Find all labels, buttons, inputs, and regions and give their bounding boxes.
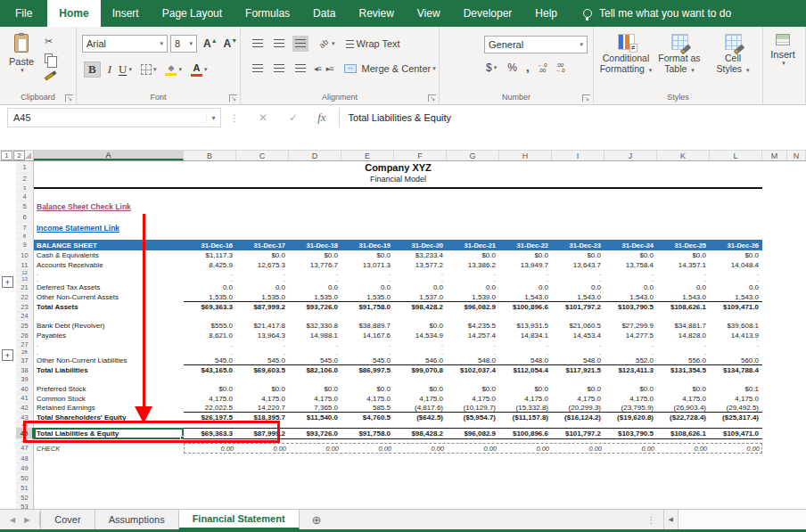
cell-D23[interactable]: $93,726.0 (289, 302, 341, 312)
cell-G9[interactable]: 31-Dec-21 (447, 240, 499, 250)
cell-B21[interactable]: 0.0 (184, 282, 236, 292)
cell-F28[interactable]: . (394, 348, 447, 356)
cell-G13[interactable]: . (447, 276, 499, 282)
new-sheet-button[interactable]: ⊕ (300, 510, 334, 529)
cell-M21[interactable] (762, 282, 787, 292)
decrease-decimal-button[interactable]: .00→.0 (555, 62, 565, 73)
cell-F23[interactable]: $98,428.2 (394, 302, 447, 312)
cell-H28[interactable]: . (499, 348, 552, 356)
cell-N43[interactable] (787, 413, 806, 422)
cell-G27[interactable]: . (447, 340, 499, 348)
cell-B41[interactable]: 4,175.0 (184, 394, 236, 403)
font-color-button[interactable]: A (191, 63, 202, 77)
cell-L45[interactable]: $109,471.0 (710, 429, 762, 438)
cell-N12[interactable] (787, 270, 806, 276)
cell-N37[interactable] (787, 356, 806, 365)
cell-D11[interactable]: 13,776.7 (289, 260, 341, 270)
row-header-21[interactable]: 21 (16, 282, 34, 292)
cell-A37[interactable]: Other Non-Current Liabilities (34, 356, 184, 365)
cell-H13[interactable]: . (499, 276, 552, 282)
cell-B12[interactable]: . (184, 270, 236, 276)
cell-L13[interactable]: . (710, 276, 762, 282)
cell-B47[interactable]: 0.00 (185, 444, 237, 453)
cell-E42[interactable]: 585.5 (341, 403, 394, 412)
row-header-49[interactable]: 49 (16, 463, 34, 473)
cell-F47[interactable]: 0.00 (395, 444, 448, 453)
cell-E47[interactable]: 0.00 (342, 444, 395, 453)
cell-H42[interactable]: (15,332.8) (499, 403, 552, 412)
cell-B13[interactable]: . (184, 276, 236, 282)
cell-A38[interactable]: Total Liabilities (34, 365, 184, 375)
cell-A47[interactable]: CHECK (34, 443, 184, 454)
column-header-G[interactable]: G (447, 151, 499, 160)
cell-D37[interactable]: 545.0 (289, 356, 341, 364)
cell-B40[interactable]: $0.0 (184, 384, 236, 394)
ribbon-tab-developer[interactable]: Developer (452, 0, 524, 27)
cell-N1[interactable] (787, 161, 806, 174)
column-header-E[interactable]: E (341, 151, 394, 160)
row-header-2[interactable]: 2 (16, 174, 34, 184)
cell-D25[interactable]: $32,330.8 (289, 321, 341, 331)
cell-I12[interactable]: . (552, 270, 604, 276)
tab-splitter-grip-icon[interactable]: ⋮ (647, 515, 656, 525)
align-left-button[interactable] (250, 61, 266, 77)
cell-I25[interactable]: $21,060.5 (552, 321, 604, 331)
cell-N49[interactable] (787, 463, 806, 473)
cell-M1[interactable] (762, 161, 787, 174)
cell-C25[interactable]: $21,417.8 (236, 321, 289, 331)
row-header-4[interactable]: 4 (16, 192, 34, 201)
cell-I40[interactable]: $0.0 (552, 384, 604, 394)
cell-M49[interactable] (762, 463, 787, 473)
cell-D38[interactable]: $82,106.0 (289, 365, 341, 375)
cell-N48[interactable] (787, 454, 806, 463)
cell-E22[interactable]: 1,535.0 (341, 292, 394, 301)
cell-A21[interactable]: Deferred Tax Assets (34, 282, 184, 292)
cell-H38[interactable]: $112,054.4 (499, 365, 552, 375)
cell-L37[interactable]: 560.0 (710, 356, 762, 364)
cell-I22[interactable]: 1,543.0 (552, 292, 604, 301)
cell-B42[interactable]: 22,022.5 (184, 403, 236, 412)
cell-A4[interactable] (34, 192, 184, 201)
cell-B26[interactable]: 8,621.0 (184, 331, 236, 340)
font-size-select[interactable]: 8▾ (170, 35, 197, 53)
cell-H41[interactable]: 4,175.0 (499, 394, 552, 403)
cell-N39[interactable] (787, 375, 806, 384)
cell-N21[interactable] (787, 282, 806, 292)
align-center-button[interactable] (271, 61, 287, 77)
ribbon-tab-insert[interactable]: Insert (101, 0, 151, 27)
cell-C11[interactable]: 12,675.3 (236, 260, 289, 270)
accounting-format-button[interactable]: $ (486, 61, 492, 74)
sheet-tab-financial-statement[interactable]: Financial Statement (179, 510, 300, 529)
cell-D13[interactable]: . (289, 276, 341, 282)
cell-C47[interactable]: 0.00 (237, 444, 290, 453)
cell-B10[interactable]: $1,117.3 (184, 250, 236, 260)
font-name-select[interactable]: Arial▾ (82, 35, 168, 53)
ribbon-tab-page-layout[interactable]: Page Layout (151, 0, 234, 27)
cell-D40[interactable]: $0.0 (289, 384, 341, 394)
column-header-J[interactable]: J (604, 151, 657, 160)
row-header-25[interactable]: 25 (16, 321, 34, 331)
cell-D12[interactable]: . (289, 270, 341, 276)
cell-J43[interactable]: ($19,620.8) (604, 413, 657, 422)
cell-N24[interactable] (787, 312, 806, 321)
outline-expand-button-2[interactable]: + (2, 349, 13, 361)
cell-F41[interactable]: 4,175.0 (394, 394, 447, 403)
cell-H23[interactable]: $100,896.6 (499, 302, 552, 312)
column-header-M[interactable]: M (762, 151, 787, 160)
cell-M48[interactable] (762, 454, 787, 463)
number-format-select[interactable]: General▾ (484, 36, 588, 53)
cell-F40[interactable]: $0.0 (394, 384, 447, 394)
cell-H9[interactable]: 31-Dec-22 (499, 240, 552, 250)
outline-level-2-button[interactable]: 2 (13, 151, 25, 160)
align-bottom-button[interactable] (292, 36, 308, 52)
cell-F42[interactable]: (4,817.6) (394, 403, 447, 412)
row-header-38[interactable]: 38 (16, 365, 34, 375)
cell-M22[interactable] (762, 292, 787, 302)
cell-L43[interactable]: ($25,317.4) (710, 413, 762, 422)
cell-K13[interactable]: . (657, 276, 710, 282)
cell-B9[interactable]: 31-Dec-16 (184, 240, 236, 250)
cell-L26[interactable]: 14,413.9 (710, 331, 762, 340)
cell-A6[interactable] (34, 212, 184, 223)
cell-E41[interactable]: 4,175.0 (341, 394, 394, 403)
cell-L12[interactable]: . (710, 270, 762, 276)
